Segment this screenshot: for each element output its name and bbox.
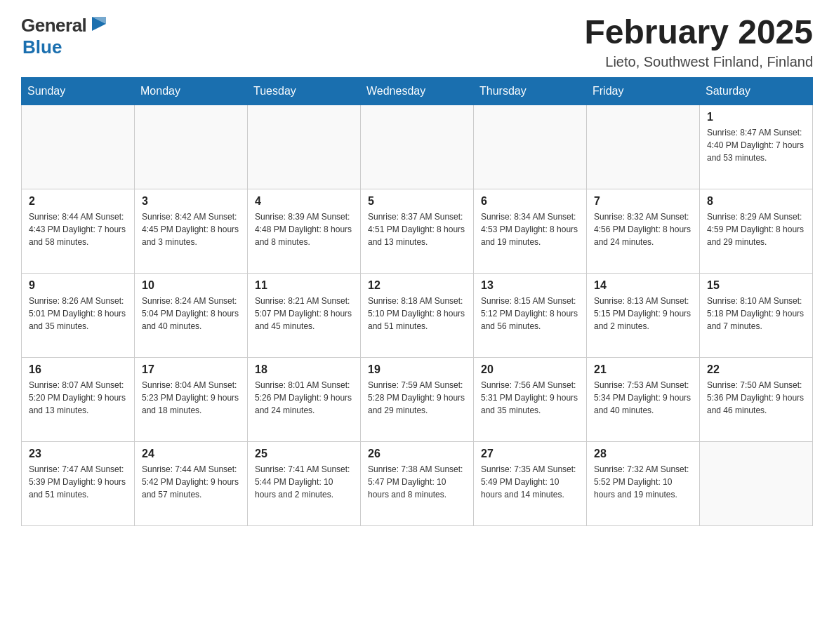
calendar-week-row: 2Sunrise: 8:44 AM Sunset: 4:43 PM Daylig… [22, 189, 813, 273]
day-info: Sunrise: 7:44 AM Sunset: 5:42 PM Dayligh… [142, 463, 240, 501]
day-number: 20 [481, 363, 579, 376]
day-info: Sunrise: 8:37 AM Sunset: 4:51 PM Dayligh… [368, 210, 466, 248]
calendar-week-row: 23Sunrise: 7:47 AM Sunset: 5:39 PM Dayli… [22, 441, 813, 525]
day-info: Sunrise: 7:38 AM Sunset: 5:47 PM Dayligh… [368, 463, 466, 501]
day-number: 22 [707, 363, 805, 376]
day-number: 11 [255, 279, 353, 292]
day-number: 4 [255, 195, 353, 208]
calendar-day-cell: 25Sunrise: 7:41 AM Sunset: 5:44 PM Dayli… [248, 441, 361, 525]
day-number: 15 [707, 279, 805, 292]
logo-general-text: General [21, 15, 86, 36]
day-info: Sunrise: 8:32 AM Sunset: 4:56 PM Dayligh… [594, 210, 692, 248]
day-info: Sunrise: 8:29 AM Sunset: 4:59 PM Dayligh… [707, 210, 805, 248]
day-info: Sunrise: 7:32 AM Sunset: 5:52 PM Dayligh… [594, 463, 692, 501]
calendar-day-cell: 17Sunrise: 8:04 AM Sunset: 5:23 PM Dayli… [135, 357, 248, 441]
calendar-week-row: 16Sunrise: 8:07 AM Sunset: 5:20 PM Dayli… [22, 357, 813, 441]
day-number: 6 [481, 195, 579, 208]
day-info: Sunrise: 8:44 AM Sunset: 4:43 PM Dayligh… [29, 210, 127, 248]
day-number: 28 [594, 448, 692, 460]
calendar-day-cell: 22Sunrise: 7:50 AM Sunset: 5:36 PM Dayli… [700, 357, 813, 441]
day-number: 2 [29, 195, 127, 208]
day-of-week-header: Friday [587, 77, 700, 105]
calendar-day-cell: 13Sunrise: 8:15 AM Sunset: 5:12 PM Dayli… [474, 273, 587, 357]
day-info: Sunrise: 7:47 AM Sunset: 5:39 PM Dayligh… [29, 463, 127, 501]
calendar-day-cell: 9Sunrise: 8:26 AM Sunset: 5:01 PM Daylig… [22, 273, 135, 357]
day-number: 14 [594, 279, 692, 292]
calendar-day-cell: 3Sunrise: 8:42 AM Sunset: 4:45 PM Daylig… [135, 189, 248, 273]
calendar-day-cell: 23Sunrise: 7:47 AM Sunset: 5:39 PM Dayli… [22, 441, 135, 525]
day-number: 13 [481, 279, 579, 292]
day-number: 1 [707, 111, 805, 123]
day-number: 18 [255, 363, 353, 376]
day-info: Sunrise: 8:10 AM Sunset: 5:18 PM Dayligh… [707, 295, 805, 333]
calendar-day-cell: 27Sunrise: 7:35 AM Sunset: 5:49 PM Dayli… [474, 441, 587, 525]
calendar-subtitle: Lieto, Southwest Finland, Finland [584, 54, 813, 70]
calendar-day-cell: 28Sunrise: 7:32 AM Sunset: 5:52 PM Dayli… [587, 441, 700, 525]
day-info: Sunrise: 7:41 AM Sunset: 5:44 PM Dayligh… [255, 463, 353, 501]
day-number: 19 [368, 363, 466, 376]
day-info: Sunrise: 8:47 AM Sunset: 4:40 PM Dayligh… [707, 126, 805, 164]
day-of-week-header: Saturday [700, 77, 813, 105]
calendar-day-cell: 8Sunrise: 8:29 AM Sunset: 4:59 PM Daylig… [700, 189, 813, 273]
day-number: 16 [29, 363, 127, 376]
calendar-day-cell [587, 105, 700, 189]
day-of-week-header: Tuesday [248, 77, 361, 105]
day-info: Sunrise: 8:13 AM Sunset: 5:15 PM Dayligh… [594, 295, 692, 333]
day-info: Sunrise: 8:15 AM Sunset: 5:12 PM Dayligh… [481, 295, 579, 333]
day-info: Sunrise: 8:07 AM Sunset: 5:20 PM Dayligh… [29, 379, 127, 417]
calendar-week-row: 9Sunrise: 8:26 AM Sunset: 5:01 PM Daylig… [22, 273, 813, 357]
day-number: 24 [142, 448, 240, 460]
day-info: Sunrise: 8:24 AM Sunset: 5:04 PM Dayligh… [142, 295, 240, 333]
calendar-day-cell [248, 105, 361, 189]
day-number: 9 [29, 279, 127, 292]
calendar-day-cell [22, 105, 135, 189]
day-info: Sunrise: 7:53 AM Sunset: 5:34 PM Dayligh… [594, 379, 692, 417]
calendar-day-cell: 7Sunrise: 8:32 AM Sunset: 4:56 PM Daylig… [587, 189, 700, 273]
day-number: 27 [481, 448, 579, 460]
day-number: 12 [368, 279, 466, 292]
day-info: Sunrise: 7:56 AM Sunset: 5:31 PM Dayligh… [481, 379, 579, 417]
day-info: Sunrise: 8:26 AM Sunset: 5:01 PM Dayligh… [29, 295, 127, 333]
day-number: 23 [29, 448, 127, 460]
calendar-header: SundayMondayTuesdayWednesdayThursdayFrid… [22, 77, 813, 105]
day-info: Sunrise: 7:50 AM Sunset: 5:36 PM Dayligh… [707, 379, 805, 417]
calendar-day-cell: 20Sunrise: 7:56 AM Sunset: 5:31 PM Dayli… [474, 357, 587, 441]
calendar-week-row: 1Sunrise: 8:47 AM Sunset: 4:40 PM Daylig… [22, 105, 813, 189]
calendar-day-cell: 26Sunrise: 7:38 AM Sunset: 5:47 PM Dayli… [361, 441, 474, 525]
day-of-week-header: Monday [135, 77, 248, 105]
day-info: Sunrise: 8:04 AM Sunset: 5:23 PM Dayligh… [142, 379, 240, 417]
calendar-day-cell: 12Sunrise: 8:18 AM Sunset: 5:10 PM Dayli… [361, 273, 474, 357]
day-info: Sunrise: 7:35 AM Sunset: 5:49 PM Dayligh… [481, 463, 579, 501]
calendar-day-cell: 15Sunrise: 8:10 AM Sunset: 5:18 PM Dayli… [700, 273, 813, 357]
day-info: Sunrise: 8:39 AM Sunset: 4:48 PM Dayligh… [255, 210, 353, 248]
calendar-table: SundayMondayTuesdayWednesdayThursdayFrid… [21, 77, 813, 526]
calendar-day-cell: 14Sunrise: 8:13 AM Sunset: 5:15 PM Dayli… [587, 273, 700, 357]
day-number: 5 [368, 195, 466, 208]
header-row: SundayMondayTuesdayWednesdayThursdayFrid… [22, 77, 813, 105]
title-section: February 2025 Lieto, Southwest Finland, … [584, 14, 813, 70]
calendar-day-cell [700, 441, 813, 525]
calendar-day-cell: 6Sunrise: 8:34 AM Sunset: 4:53 PM Daylig… [474, 189, 587, 273]
day-number: 25 [255, 448, 353, 460]
day-info: Sunrise: 8:18 AM Sunset: 5:10 PM Dayligh… [368, 295, 466, 333]
calendar-day-cell: 16Sunrise: 8:07 AM Sunset: 5:20 PM Dayli… [22, 357, 135, 441]
day-number: 7 [594, 195, 692, 208]
calendar-day-cell: 21Sunrise: 7:53 AM Sunset: 5:34 PM Dayli… [587, 357, 700, 441]
calendar-day-cell: 1Sunrise: 8:47 AM Sunset: 4:40 PM Daylig… [700, 105, 813, 189]
day-info: Sunrise: 8:42 AM Sunset: 4:45 PM Dayligh… [142, 210, 240, 248]
calendar-body: 1Sunrise: 8:47 AM Sunset: 4:40 PM Daylig… [22, 105, 813, 525]
day-info: Sunrise: 8:01 AM Sunset: 5:26 PM Dayligh… [255, 379, 353, 417]
calendar-day-cell: 11Sunrise: 8:21 AM Sunset: 5:07 PM Dayli… [248, 273, 361, 357]
day-number: 10 [142, 279, 240, 292]
logo: General Blue [21, 14, 109, 58]
calendar-day-cell: 19Sunrise: 7:59 AM Sunset: 5:28 PM Dayli… [361, 357, 474, 441]
logo-blue-text: Blue [22, 36, 62, 58]
day-info: Sunrise: 8:34 AM Sunset: 4:53 PM Dayligh… [481, 210, 579, 248]
day-of-week-header: Thursday [474, 77, 587, 105]
calendar-day-cell: 10Sunrise: 8:24 AM Sunset: 5:04 PM Dayli… [135, 273, 248, 357]
day-number: 26 [368, 448, 466, 460]
calendar-day-cell: 2Sunrise: 8:44 AM Sunset: 4:43 PM Daylig… [22, 189, 135, 273]
day-number: 8 [707, 195, 805, 208]
day-of-week-header: Sunday [22, 77, 135, 105]
calendar-day-cell [135, 105, 248, 189]
